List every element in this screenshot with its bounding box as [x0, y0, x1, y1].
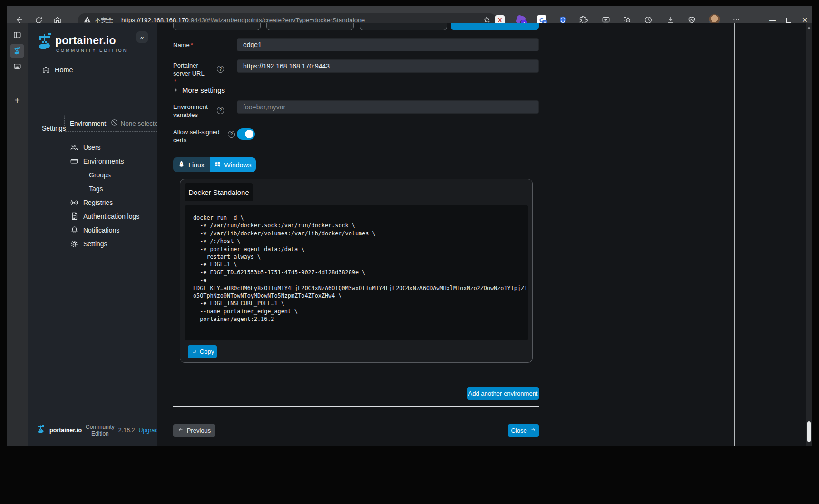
sidebar-item-label: Home: [55, 66, 73, 74]
self-signed-toggle[interactable]: [237, 128, 255, 140]
linux-penguin-icon: [178, 161, 185, 169]
code-line: -e EDGE_INSECURE_POLL=1 \: [193, 300, 520, 307]
section-divider: [173, 378, 539, 378]
users-icon: [69, 143, 79, 152]
arrow-left-icon: [178, 427, 184, 434]
code-line: -v /var/run/docker.sock:/var/run/docker.…: [193, 222, 520, 229]
code-line: docker run -d \: [193, 214, 520, 222]
os-tab-windows[interactable]: Windows: [210, 157, 256, 172]
sidebar-item-label: Settings: [83, 240, 107, 248]
appbar-divider: [10, 91, 24, 91]
server-url-label: Portainer server URL*: [173, 61, 217, 86]
sidebar-footer: portainer.io Community Edition 2.16.2 Up…: [36, 420, 150, 441]
sidebar-item-label: Authentication logs: [83, 213, 139, 220]
portainer-logo-icon: [35, 32, 54, 53]
self-signed-help-icon[interactable]: ?: [228, 131, 235, 138]
sidebar-item-label: Groups: [89, 171, 111, 179]
section-divider: [173, 406, 539, 407]
required-asterisk: *: [191, 41, 193, 49]
auth-logs-icon: [69, 212, 79, 220]
footer-logo-icon: [36, 425, 46, 436]
code-line: -v /:/host \: [193, 237, 520, 245]
arrow-right-icon: [530, 427, 536, 434]
code-line: --restart always \: [193, 253, 520, 261]
page-scrollbar[interactable]: [734, 23, 735, 446]
portainer-sidebar: portainer.io COMMUNITY EDITION « Home En…: [28, 23, 157, 446]
env-vars-input[interactable]: [237, 100, 539, 114]
code-line: --name portainer_edge_agent \: [193, 308, 520, 315]
copy-icon: [191, 348, 196, 355]
sidebar-item-label: Tags: [89, 185, 103, 193]
chevron-right-icon: [173, 86, 178, 94]
code-line: EDGE_KEY=aHR0cHM6Ly8xOTIuMTY4LjE2OC4xNzA…: [193, 284, 520, 292]
sidebar-item-label: Registries: [83, 199, 113, 206]
sidebar-item-label: Environments: [83, 157, 124, 165]
os-tab-linux[interactable]: Linux: [173, 157, 210, 172]
wizard-option-card[interactable]: [173, 23, 261, 30]
server-url-help-icon[interactable]: ?: [217, 66, 224, 73]
agent-command-code-block[interactable]: docker run -d \ -v /var/run/docker.sock:…: [185, 205, 528, 340]
add-another-environment-button[interactable]: Add another environment: [467, 387, 539, 400]
sidebar-item-label: Users: [83, 144, 101, 151]
close-button[interactable]: Close: [508, 424, 539, 437]
tab-underline: [185, 201, 527, 201]
toggle-knob: [245, 130, 254, 138]
registries-icon: [69, 198, 79, 207]
name-input[interactable]: [237, 38, 539, 51]
environments-icon: [69, 157, 79, 165]
sidebar-panel-icon[interactable]: [10, 28, 24, 42]
copy-button[interactable]: Copy: [188, 345, 217, 358]
windows-logo-icon: [214, 161, 221, 169]
browser-toolbar: 不安全 https://192.168.168.170:9443/#!/wiza…: [7, 6, 812, 23]
none-selected-icon: [111, 119, 118, 127]
code-line: -v /var/lib/docker/volumes:/var/lib/dock…: [193, 230, 520, 237]
sidebar-item-label: Notifications: [83, 226, 119, 234]
home-nav-icon: [41, 66, 50, 74]
wizard-option-card-selected[interactable]: [451, 23, 539, 30]
wizard-option-card[interactable]: [266, 23, 354, 30]
footer-brand: portainer.io: [49, 427, 82, 434]
self-signed-label: Allow self-signed certs: [173, 128, 221, 144]
required-asterisk: *: [174, 78, 176, 86]
code-line: o5OTphNzo0NTowNToyMDowNTo5NzpmZTo4ZToxZH…: [193, 292, 520, 300]
code-line: -e EDGE_ID=621553b5-1751-47d5-9027-4d128…: [193, 269, 520, 276]
env-vars-label: Environment variables: [173, 103, 217, 119]
more-settings-toggle[interactable]: More settings: [173, 86, 225, 94]
code-line: -e: [193, 276, 520, 284]
settings-section-title: Settings: [42, 125, 66, 132]
env-vars-help-icon[interactable]: ?: [217, 107, 224, 114]
browser-scrollbar-track[interactable]: [806, 23, 812, 446]
environment-label: Environment:: [70, 120, 108, 127]
code-line: -e EDGE=1 \: [193, 261, 520, 268]
wizard-option-card[interactable]: [360, 23, 447, 30]
browser-scrollbar-thumb[interactable]: [807, 421, 811, 442]
gear-icon: [69, 240, 79, 248]
footer-version: 2.16.2: [118, 427, 135, 434]
workspaces-icon[interactable]: [10, 59, 24, 73]
edge-sidebar: +: [7, 23, 28, 446]
brand-title: portainer.io: [55, 34, 116, 47]
footer-edition: Community Edition: [86, 424, 115, 437]
portainer-app-icon[interactable]: [10, 44, 24, 58]
tab-docker-standalone[interactable]: Docker Standalone: [185, 183, 253, 201]
code-line: portainer/agent:2.16.2: [193, 315, 520, 323]
brand-subtitle: COMMUNITY EDITION: [56, 48, 128, 53]
server-url-input[interactable]: [237, 59, 539, 73]
add-app-icon[interactable]: +: [10, 93, 24, 107]
sidebar-collapse-button[interactable]: «: [136, 31, 148, 43]
sidebar-item-home[interactable]: Home: [32, 63, 151, 77]
bell-icon: [69, 226, 79, 234]
name-label: Name*: [173, 41, 235, 49]
code-line: -v portainer_agent_data:/data \: [193, 245, 520, 253]
environment-value: None selected: [121, 120, 162, 127]
previous-button[interactable]: Previous: [173, 424, 215, 437]
